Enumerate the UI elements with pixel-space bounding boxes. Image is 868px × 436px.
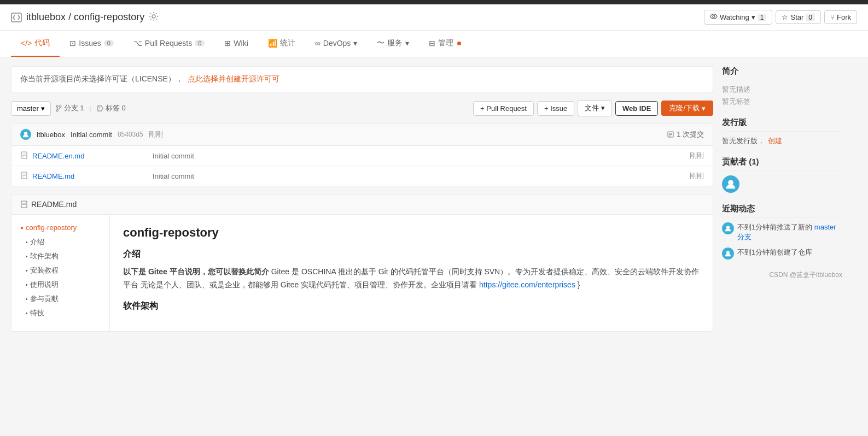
- repo-settings-icon[interactable]: [149, 11, 159, 23]
- tab-manage[interactable]: ⊟ 管理: [419, 31, 471, 57]
- wiki-icon: ⊞: [224, 39, 231, 48]
- contributors-section: 贡献者 (1): [722, 157, 842, 193]
- activity-item: 不到1分钟前推送了新的 master 分支: [722, 222, 842, 242]
- services-icon: 〜: [377, 38, 385, 48]
- nav-tabs: </> 代码 ⊡ Issues 0 ⌥ Pull Requests 0 ⊞ Wi…: [0, 31, 868, 57]
- repo-icon: [11, 12, 22, 22]
- tab-pr-label: Pull Requests: [145, 39, 192, 48]
- activity-branch-link[interactable]: master 分支: [737, 223, 836, 241]
- manage-dot: [457, 42, 461, 45]
- release-title: 发行版: [722, 117, 842, 132]
- readme-intro-end: }: [578, 280, 580, 289]
- stats-icon: 📶: [268, 39, 277, 48]
- tag-count-label: 标签 0: [106, 103, 126, 113]
- file-button-label: 文件: [585, 104, 599, 112]
- services-dropdown-icon: ▾: [405, 39, 409, 48]
- readme-gitee-link[interactable]: https://gitee.com/enterprises: [479, 280, 575, 289]
- tab-code-label: 代码: [34, 38, 50, 48]
- contributor-avatar[interactable]: [722, 175, 739, 193]
- star-label: Star: [790, 13, 803, 21]
- footer-note: CSDN @蓝盒子itbluebox: [722, 270, 842, 280]
- webide-button[interactable]: Web IDE: [615, 101, 659, 116]
- intro-title: 简介: [722, 66, 842, 80]
- commit-time: 刚刚: [149, 129, 163, 139]
- release-row: 暂无发行版， 创建: [722, 136, 842, 146]
- repo-owner-link[interactable]: itbluebox: [26, 11, 66, 22]
- clone-download-button[interactable]: 克隆/下载 ▾: [661, 101, 713, 116]
- tab-issues[interactable]: ⊡ Issues 0: [60, 31, 124, 56]
- pr-icon: ⌥: [133, 39, 142, 48]
- chevron-down-icon: ▾: [752, 13, 755, 21]
- star-button[interactable]: ☆ Star 0: [776, 10, 821, 24]
- table-row: README.en.md Initial commit 刚刚: [11, 146, 713, 166]
- activity-title: 近期动态: [722, 204, 842, 218]
- table-row: README.md Initial commit 刚刚: [11, 166, 713, 186]
- svg-point-1: [152, 15, 155, 18]
- activity-text: 不到1分钟前推送了新的 master 分支: [737, 222, 842, 242]
- readme-toc: config-repostory 介绍 软件架构 安装教程 使用说明 参与贡献 …: [11, 215, 110, 331]
- header-actions: Watching ▾ 1 ☆ Star 0 ⑂ Fork: [704, 10, 857, 25]
- activity-item: 不到1分钟前创建了仓库: [722, 248, 842, 260]
- readme-header: README.md: [11, 195, 713, 215]
- license-notice-text: 你当前开源项目尚未选择许可证（LICENSE），: [20, 74, 183, 84]
- file-time: 刚刚: [690, 171, 704, 181]
- commit-count: 1 次提交: [667, 129, 704, 139]
- toolbar: master ▾ 分支 1 | 标签 0 + Pull Request + Is…: [11, 100, 713, 116]
- toc-main-item[interactable]: config-repostory: [20, 223, 101, 232]
- commit-sha[interactable]: 85403d5: [118, 131, 143, 138]
- svg-point-9: [99, 107, 100, 108]
- toc-item[interactable]: 安装教程: [26, 266, 101, 275]
- tab-wiki[interactable]: ⊞ Wiki: [214, 31, 258, 56]
- repo-name-link[interactable]: config-repostory: [74, 11, 144, 22]
- license-link[interactable]: 点此选择并创建开源许可可: [188, 74, 279, 84]
- toc-item[interactable]: 介绍: [26, 237, 101, 247]
- tab-stats[interactable]: 📶 统计: [258, 31, 305, 57]
- watching-button[interactable]: Watching ▾ 1: [704, 10, 772, 25]
- file-table: itbluebox Initial commit 85403d5 刚刚 1 次提…: [11, 123, 713, 186]
- tab-devops[interactable]: ∞ DevOps ▾: [305, 31, 368, 56]
- readme-arch-heading: 软件架构: [123, 301, 700, 312]
- toc-item[interactable]: 软件架构: [26, 251, 101, 261]
- file-button[interactable]: 文件 ▾: [578, 100, 612, 116]
- toc-item[interactable]: 特技: [26, 308, 101, 318]
- svg-point-2: [710, 14, 717, 19]
- repo-path: itbluebox / config-repostory: [26, 11, 144, 23]
- fork-label: Fork: [837, 13, 851, 21]
- issues-badge: 0: [104, 40, 114, 46]
- file-commit-msg: Initial commit: [142, 152, 690, 160]
- activity-text-2: 不到1分钟前创建了仓库: [737, 248, 812, 257]
- header-left: itbluebox / config-repostory: [11, 11, 159, 23]
- commit-message: Initial commit: [71, 131, 112, 139]
- file-name-link[interactable]: README.en.md: [32, 152, 142, 160]
- no-tag: 暂无标签: [722, 97, 842, 107]
- svg-point-3: [713, 15, 715, 17]
- content-area: 你当前开源项目尚未选择许可证（LICENSE）， 点此选择并创建开源许可可 ma…: [11, 66, 713, 332]
- topbar: [0, 0, 868, 4]
- tab-pullrequests[interactable]: ⌥ Pull Requests 0: [124, 31, 215, 56]
- pr-badge: 0: [195, 40, 205, 46]
- commit-header: itbluebox Initial commit 85403d5 刚刚 1 次提…: [11, 123, 713, 146]
- tab-code[interactable]: </> 代码: [11, 31, 60, 57]
- branch-count: 分支 1: [55, 103, 84, 113]
- eye-icon: [710, 13, 718, 22]
- fork-button[interactable]: ⑂ Fork: [824, 10, 857, 24]
- file-name-link[interactable]: README.md: [32, 172, 142, 180]
- commit-user[interactable]: itbluebox: [37, 131, 65, 139]
- toc-item[interactable]: 使用说明: [26, 280, 101, 290]
- commit-count-label: 1 次提交: [677, 129, 704, 139]
- tab-manage-label: 管理: [438, 38, 453, 48]
- tab-services[interactable]: 〜 服务 ▾: [367, 31, 419, 57]
- svg-marker-8: [98, 105, 103, 110]
- pull-request-button[interactable]: + Pull Request: [473, 101, 534, 116]
- issues-icon: ⊡: [69, 39, 76, 48]
- no-release-text: 暂无发行版，: [722, 136, 765, 146]
- branch-selector[interactable]: master ▾: [11, 101, 51, 116]
- svg-point-6: [59, 105, 61, 107]
- toc-item[interactable]: 参与贡献: [26, 294, 101, 304]
- create-release-link[interactable]: 创建: [768, 136, 782, 146]
- branch-count-label: 分支 1: [64, 103, 84, 113]
- tab-stats-label: 统计: [280, 38, 295, 48]
- toc-sub-list: 介绍 软件架构 安装教程 使用说明 参与贡献 特技: [20, 237, 101, 318]
- issue-button[interactable]: + Issue: [537, 101, 574, 116]
- header: itbluebox / config-repostory Watching ▾ …: [0, 4, 868, 31]
